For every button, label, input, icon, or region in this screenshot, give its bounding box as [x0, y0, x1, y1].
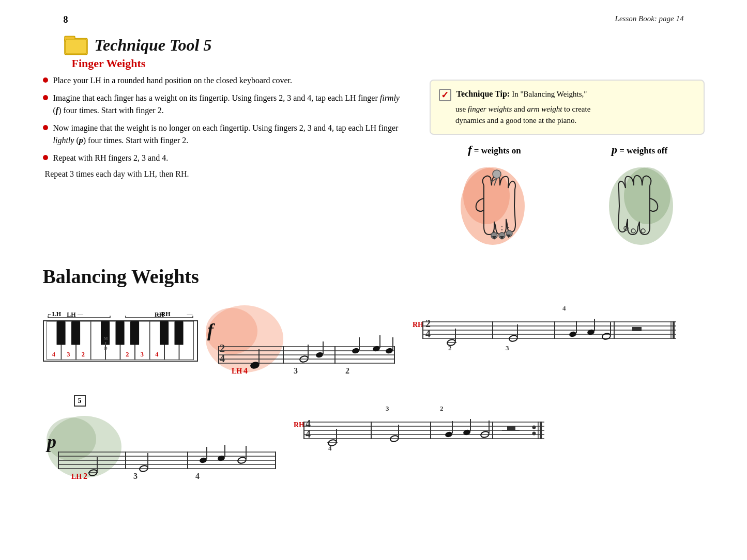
- bullet-item-4: Repeat with RH fingers 2, 3 and 4.: [43, 152, 409, 164]
- svg-text:2: 2: [83, 472, 87, 480]
- svg-text:LH: LH: [71, 473, 82, 480]
- svg-text:2: 2: [448, 344, 452, 352]
- svg-text:RH: RH: [294, 421, 304, 429]
- svg-text:3: 3: [67, 351, 70, 358]
- svg-point-58: [206, 308, 257, 354]
- weights-off-group: p = weights off: [601, 143, 678, 255]
- svg-text:4: 4: [306, 418, 311, 429]
- svg-text:4: 4: [195, 472, 200, 480]
- svg-rect-40: [56, 321, 65, 345]
- svg-point-169: [444, 431, 452, 438]
- svg-text:4: 4: [562, 304, 566, 312]
- svg-text:2: 2: [345, 366, 349, 375]
- page-number: 8: [64, 14, 68, 25]
- first-staff-svg: f 2 4: [203, 295, 400, 383]
- svg-point-79: [315, 351, 323, 358]
- bullet-dot: [43, 125, 48, 130]
- svg-text:4: 4: [155, 351, 158, 358]
- technique-tool-title: Technique Tool 5: [95, 36, 212, 55]
- svg-text:M: M: [103, 336, 108, 341]
- svg-text:3: 3: [386, 405, 389, 412]
- bullet-item-2: Imagine that each finger has a weight on…: [43, 92, 409, 117]
- bottom-left-staff: p LH 2: [43, 400, 281, 488]
- instructions-list: Place your LH in a rounded hand position…: [43, 74, 409, 164]
- svg-rect-43: [115, 321, 124, 345]
- svg-text:4: 4: [328, 444, 332, 452]
- svg-text:2: 2: [425, 318, 431, 329]
- weights-on-label: f = weights on: [455, 143, 533, 157]
- bullet-dot: [43, 77, 48, 83]
- svg-point-82: [351, 347, 359, 354]
- lh-hand-illustration: [455, 160, 533, 253]
- svg-point-14: [493, 170, 501, 178]
- svg-rect-45: [160, 321, 169, 345]
- tip-text2: use finger weights and arm weight to cre…: [455, 103, 695, 115]
- svg-point-139: [199, 457, 207, 463]
- piano-keyboard-diagram: ⌐ LH — ⌐ RH —: [43, 310, 198, 364]
- measure-5-label: 5: [74, 395, 86, 407]
- svg-rect-44: [130, 321, 139, 345]
- technique-tip-box: Technique Tip: In "Balancing Weights," u…: [430, 80, 704, 135]
- rh-hand-illustration: [601, 160, 678, 253]
- bullet-item-1: Place your LH in a rounded hand position…: [43, 74, 409, 87]
- finger-weights-subtitle: Finger Weights: [72, 57, 705, 70]
- svg-rect-41: [71, 321, 80, 345]
- svg-rect-115: [632, 327, 642, 331]
- svg-text:4: 4: [52, 351, 55, 358]
- svg-rect-175: [507, 426, 515, 430]
- weights-off-label: p = weights off: [601, 143, 678, 157]
- weights-on-group: f = weights on: [455, 143, 533, 255]
- svg-text:3: 3: [133, 472, 138, 480]
- tip-text3: dynamics and a good tone at the piano.: [455, 115, 695, 127]
- tip-text1: In "Balancing Weights,": [512, 90, 587, 98]
- svg-point-159: [532, 425, 536, 429]
- piano-keyboard: 4 3 2 M I D . 2 3 4: [43, 320, 198, 362]
- svg-text:2: 2: [81, 351, 84, 358]
- bullet-dot: [43, 95, 48, 100]
- svg-text:2: 2: [220, 343, 225, 354]
- balancing-title: Balancing Weights: [43, 265, 705, 288]
- tip-check-icon: [439, 89, 451, 101]
- rh-first-staff: RH 2 4: [410, 300, 679, 388]
- svg-point-109: [568, 331, 576, 337]
- svg-text:3: 3: [294, 366, 298, 375]
- svg-point-160: [532, 431, 536, 435]
- lesson-ref: Lesson Book: page 14: [615, 14, 684, 23]
- svg-rect-2: [66, 39, 86, 54]
- svg-text:4: 4: [243, 366, 248, 375]
- svg-rect-46: [174, 321, 183, 345]
- bullet-item-3: Now imagine that the weight is no longer…: [43, 122, 409, 147]
- repeat-text: Repeat 3 times each day with LH, then RH…: [45, 169, 409, 179]
- svg-text:3: 3: [506, 344, 509, 352]
- svg-text:2: 2: [126, 351, 129, 358]
- svg-point-113: [601, 332, 611, 340]
- folder-icon: [64, 34, 89, 56]
- svg-point-86: [385, 347, 393, 354]
- svg-text:.: .: [105, 350, 106, 355]
- svg-text:RH: RH: [413, 321, 423, 329]
- tip-header: Technique Tip: In "Balancing Weights,": [439, 88, 695, 101]
- svg-text:3: 3: [140, 351, 143, 358]
- svg-text:2: 2: [440, 405, 444, 412]
- svg-text:D: D: [104, 346, 107, 351]
- bottom-right-staff: RH 4 4: [291, 400, 560, 488]
- svg-text:LH: LH: [232, 367, 242, 375]
- svg-text:p: p: [45, 431, 56, 452]
- tip-title: Technique Tip:: [456, 89, 512, 98]
- bullet-dot: [43, 155, 48, 160]
